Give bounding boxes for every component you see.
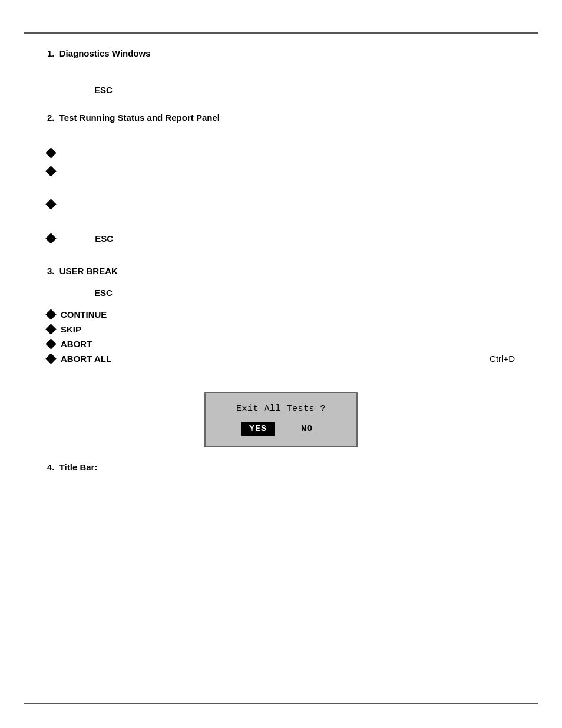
diamond-icon-4: [45, 233, 56, 243]
dialog-buttons: YES NO: [223, 422, 339, 436]
diamond-icon-continue: [45, 309, 56, 319]
section-4-number: 4.: [47, 462, 55, 472]
section-2-bullet-4: ESC: [47, 233, 515, 243]
ctrl-d-shortcut: Ctrl+D: [490, 354, 515, 364]
dialog-title: Exit All Tests ?: [223, 404, 339, 414]
abort-all-row: ABORT ALL Ctrl+D: [47, 354, 515, 364]
section-2-bullet-4-prefix: [61, 233, 95, 243]
diamond-icon-abort: [45, 338, 56, 349]
section-1-title: Diagnostics Windows: [59, 48, 151, 58]
section-3-esc: ESC: [94, 288, 515, 298]
abort-all-bullet: ABORT ALL: [47, 354, 111, 364]
continue-label: CONTINUE: [61, 309, 107, 319]
continue-bullet: CONTINUE: [47, 309, 515, 319]
diamond-icon-1: [45, 147, 56, 158]
exit-dialog: Exit All Tests ? YES NO: [204, 392, 358, 447]
diamond-icon-skip: [45, 324, 56, 334]
section-1: 1. Diagnostics Windows ESC: [47, 48, 515, 101]
abort-all-label: ABORT ALL: [61, 354, 111, 364]
exit-dialog-container: Exit All Tests ? YES NO: [47, 392, 515, 447]
skip-bullet: SKIP: [47, 324, 515, 334]
skip-label: SKIP: [61, 324, 81, 334]
section-2-esc-key: ESC: [95, 233, 113, 243]
abort-label: ABORT: [61, 339, 92, 349]
section-3-number: 3.: [47, 266, 55, 276]
section-3-title: USER BREAK: [59, 266, 118, 276]
abort-bullet: ABORT: [47, 339, 515, 349]
main-content: 1. Diagnostics Windows ESC 2. Test Runni…: [0, 34, 562, 502]
section-1-esc-label: ESC: [94, 85, 515, 95]
section-1-number: 1.: [47, 48, 55, 58]
section-2-title: Test Running Status and Report Panel: [59, 113, 220, 123]
section-1-heading: 1. Diagnostics Windows: [47, 48, 515, 58]
diamond-icon-abort-all: [45, 353, 56, 364]
section-4: 4. Title Bar:: [47, 462, 515, 472]
no-button[interactable]: NO: [293, 422, 321, 436]
section-3-heading: 3. USER BREAK: [47, 266, 515, 276]
yes-button[interactable]: YES: [241, 422, 275, 436]
section-1-esc-key: ESC: [94, 85, 113, 95]
section-4-heading: 4. Title Bar:: [47, 462, 515, 472]
section-2: 2. Test Running Status and Report Panel: [47, 113, 515, 254]
bottom-rule: [24, 703, 538, 704]
section-3-esc-key: ESC: [94, 288, 113, 298]
diamond-icon-2: [45, 166, 56, 176]
section-4-title: Title Bar:: [59, 462, 98, 472]
section-2-bullet-3: [47, 200, 515, 208]
section-2-heading: 2. Test Running Status and Report Panel: [47, 113, 515, 123]
diamond-icon-3: [45, 199, 56, 209]
section-2-bullet-1: [47, 149, 515, 157]
section-2-bullet-2: [47, 167, 515, 175]
section-2-number: 2.: [47, 113, 55, 123]
section-3: 3. USER BREAK ESC CONTINUE SKIP ABORT AB…: [47, 266, 515, 447]
